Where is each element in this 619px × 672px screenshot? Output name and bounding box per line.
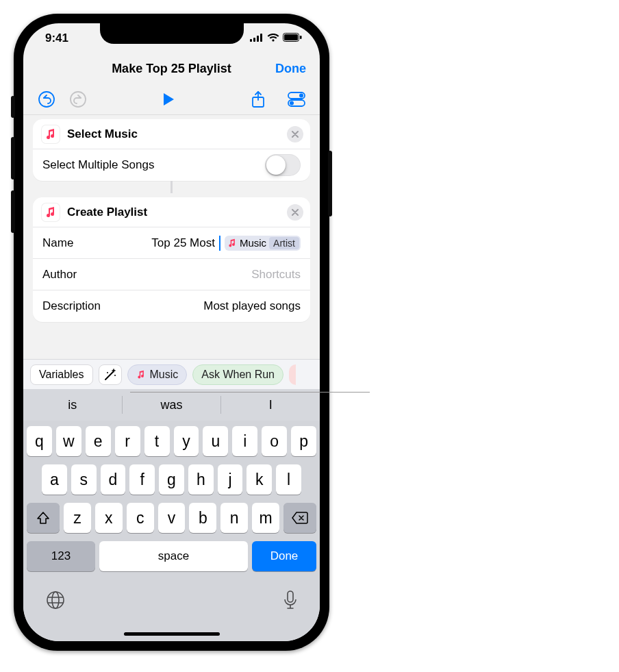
svg-rect-2 [257,36,259,42]
key-delete[interactable] [283,503,316,533]
token-label: Music [240,237,266,249]
home-indicator[interactable] [124,632,220,636]
key-x[interactable]: x [95,503,123,533]
key-y[interactable]: y [174,426,199,456]
svg-rect-6 [300,36,302,39]
token-property: Artist [269,237,299,249]
key-m[interactable]: m [252,503,279,533]
play-button[interactable] [159,90,178,109]
author-row[interactable]: Author Shortcuts [33,259,310,290]
prediction-2[interactable]: was [123,393,221,416]
action-connector [33,181,310,193]
action-title: Select Music [67,127,138,141]
mic-icon[interactable] [283,590,297,612]
key-a[interactable]: a [42,464,67,495]
globe-icon[interactable] [46,590,65,612]
svg-point-13 [290,101,294,105]
notch [100,23,244,44]
key-g[interactable]: g [159,464,184,495]
key-l[interactable]: l [276,464,301,495]
action-header[interactable]: Create Playlist [33,197,310,227]
variable-chip-music[interactable]: Music [127,364,188,385]
redo-button [68,90,88,109]
variables-button[interactable]: Variables [30,364,93,385]
key-shift[interactable] [27,503,60,533]
key-j[interactable]: j [218,464,243,495]
share-button[interactable] [249,90,268,109]
key-e[interactable]: e [86,426,111,456]
svg-rect-0 [250,39,252,42]
done-button[interactable]: Done [275,62,306,76]
select-multiple-switch[interactable] [265,154,301,176]
magic-variable-button[interactable] [99,364,122,385]
key-p[interactable]: p [291,426,316,456]
undo-button[interactable] [37,90,56,109]
action-title: Create Playlist [67,206,147,219]
key-s[interactable]: s [71,464,97,495]
key-f[interactable]: f [129,464,155,495]
key-w[interactable]: w [56,426,81,456]
key-space[interactable]: space [99,541,248,571]
power-button [328,151,332,216]
text-cursor [219,236,220,251]
key-z[interactable]: z [64,503,91,533]
music-app-icon [41,125,60,144]
key-c[interactable]: c [127,503,154,533]
author-placeholder: Shortcuts [251,268,301,282]
svg-point-11 [299,93,303,97]
cellular-icon [250,32,264,45]
navigation-bar: Make Top 25 Playlist Done [23,53,320,84]
key-k[interactable]: k [247,464,272,495]
key-b[interactable]: b [189,503,216,533]
svg-rect-5 [284,34,298,40]
action-header[interactable]: Select Music [33,119,310,149]
action-card-create-playlist: Create Playlist Name Top 25 Most Mu [33,197,310,322]
toolbar [23,84,320,115]
key-d[interactable]: d [101,464,126,495]
prediction-3[interactable]: I [221,393,320,416]
svg-point-14 [107,372,108,373]
remove-action-button[interactable] [287,126,303,142]
callout-line [130,392,370,393]
description-row[interactable]: Description Most played songs [33,290,310,322]
row-label: Name [42,236,73,250]
key-h[interactable]: h [188,464,214,495]
key-v[interactable]: v [158,503,186,533]
remove-action-button[interactable] [287,204,303,221]
svg-point-17 [52,592,59,608]
select-multiple-row: Select Multiple Songs [33,149,310,181]
chip-label: Ask When Run [201,369,275,381]
svg-rect-18 [288,591,293,602]
key-r[interactable]: r [115,426,140,456]
key-u[interactable]: u [203,426,228,456]
key-o[interactable]: o [262,426,287,456]
variable-bar: Variables Music Ask When Run [23,359,320,389]
key-t[interactable]: t [144,426,170,456]
predictive-text-bar: is was I [23,389,320,421]
name-row[interactable]: Name Top 25 Most Music Artist [33,227,310,259]
svg-point-7 [39,92,54,107]
name-value: Top 25 Most [151,236,215,250]
description-value: Most played songs [203,299,301,313]
row-label: Description [42,299,101,313]
volume-down-button [11,190,15,233]
variable-chip-overflow[interactable] [289,364,296,385]
prediction-1[interactable]: is [23,393,122,416]
settings-toggle-button[interactable] [287,90,306,109]
key-i[interactable]: i [232,426,257,456]
svg-point-8 [71,92,86,107]
svg-point-16 [47,592,64,608]
row-label: Select Multiple Songs [42,158,154,172]
battery-icon [283,32,302,45]
device-frame: 9:41 Make Top 25 Playlist Done [14,14,329,651]
key-numbers[interactable]: 123 [27,541,95,571]
variable-token-music[interactable]: Music Artist [225,236,301,251]
music-app-icon [41,203,60,222]
key-done[interactable]: Done [252,541,316,571]
row-label: Author [42,268,77,282]
page-title: Make Top 25 Playlist [112,62,231,76]
svg-rect-1 [253,38,255,42]
key-n[interactable]: n [220,503,248,533]
variable-chip-ask-when-run[interactable]: Ask When Run [192,364,283,385]
key-q[interactable]: q [27,426,52,456]
